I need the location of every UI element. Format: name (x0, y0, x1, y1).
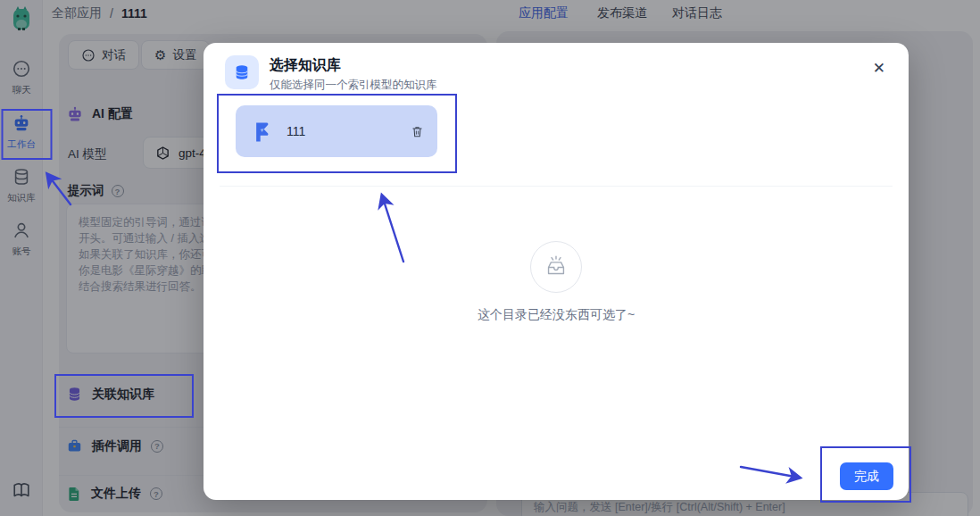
modal-subtitle: 仅能选择同一个索引模型的知识库 (270, 78, 437, 93)
selected-kb-card[interactable]: 111 (236, 105, 437, 157)
select-kb-modal: 选择知识库 仅能选择同一个索引模型的知识库 ✕ 111 这个目录已经没东西可选了… (203, 43, 909, 500)
done-button[interactable]: 完成 (840, 462, 893, 490)
kb-item-name: 111 (287, 124, 305, 138)
trash-icon[interactable] (411, 125, 424, 138)
close-icon[interactable]: ✕ (873, 61, 885, 76)
modal-divider (220, 186, 893, 187)
empty-box-icon (530, 241, 582, 293)
empty-state-text: 这个目录已经没东西可选了~ (203, 307, 909, 323)
kb-item-logo (249, 119, 275, 145)
empty-state: 这个目录已经没东西可选了~ (203, 241, 909, 323)
modal-kb-icon (225, 55, 259, 89)
modal-title: 选择知识库 (270, 56, 341, 75)
